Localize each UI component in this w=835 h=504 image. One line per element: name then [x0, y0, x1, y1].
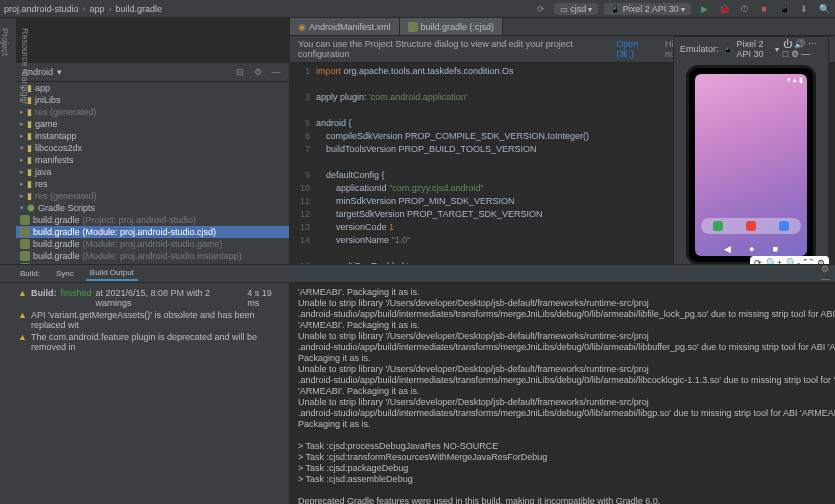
- device-statusbar: ▾ ▴ ▮: [787, 76, 803, 84]
- banner-open-link[interactable]: Open (⌘;): [616, 39, 657, 59]
- hide-icon[interactable]: —: [269, 65, 283, 79]
- chrome-app-icon[interactable]: [779, 221, 789, 231]
- messages-app-icon[interactable]: [746, 221, 756, 231]
- crumb[interactable]: build.gradle: [116, 4, 163, 14]
- phone-app-icon[interactable]: [713, 221, 723, 231]
- avd-icon[interactable]: 📱: [777, 2, 791, 16]
- run-config-combo[interactable]: ▭ cjsd ▾: [554, 3, 598, 15]
- device-screen[interactable]: ▾ ▴ ▮ ◀●■: [695, 74, 807, 256]
- build-tree[interactable]: ▲Build: finished at 2021/6/15, 8:08 PM w…: [0, 283, 290, 504]
- project-tree[interactable]: ▾▮app ▸▮jniLibs ▸▮res (generated) ▸▮game…: [16, 82, 289, 293]
- editor-tabs: ◉AndroidManifest.xml build.gradle (:cjsd…: [290, 18, 835, 36]
- gradle-icon: [408, 22, 418, 32]
- device-navbar[interactable]: ◀●■: [695, 244, 807, 254]
- search-icon[interactable]: 🔍: [817, 2, 831, 16]
- emulator-panel: Emulator: 📱 Pixel 2 API 30 ▾ ⏻ 🔊 ⋯ □ ⚙ —…: [673, 36, 829, 274]
- breadcrumb: proj.android-studio› app› build.gradle: [4, 4, 162, 14]
- build-output-tab[interactable]: Build Output: [86, 266, 138, 281]
- sdk-icon[interactable]: ⬇: [797, 2, 811, 16]
- selected-gradle-file: build.gradle (Module: proj.android-studi…: [16, 226, 289, 238]
- tab-build-gradle[interactable]: build.gradle (:cjsd): [400, 18, 504, 35]
- profile-icon[interactable]: ⏱: [737, 2, 751, 16]
- panel-settings-icon[interactable]: ⚙ —: [821, 267, 835, 281]
- collapse-icon[interactable]: ⊟: [233, 65, 247, 79]
- title-bar: proj.android-studio› app› build.gradle ⟳…: [0, 0, 835, 18]
- tab-manifest[interactable]: ◉AndroidManifest.xml: [290, 18, 400, 35]
- emulator-title: Emulator:: [680, 44, 719, 54]
- build-console[interactable]: 'ARMEABI'. Packaging it as is. Unable to…: [290, 283, 835, 504]
- line-gutter: 1 3 567 91011121314 16 18 20: [290, 65, 316, 293]
- project-pane: Android ▾ ⊟ ⚙ — ▾▮app ▸▮jniLibs ▸▮res (g…: [0, 63, 290, 293]
- device-frame: ▾ ▴ ▮ ◀●■: [686, 65, 816, 265]
- stop-icon[interactable]: ■: [757, 2, 771, 16]
- debug-icon[interactable]: 🐞: [717, 2, 731, 16]
- build-tab-label[interactable]: Build:: [16, 267, 44, 280]
- device-combo[interactable]: 📱 Pixel 2 API 30 ▾: [604, 3, 691, 15]
- sync-icon[interactable]: ⟳: [534, 2, 548, 16]
- device-dock[interactable]: [701, 218, 801, 234]
- crumb[interactable]: app: [90, 4, 105, 14]
- crumb[interactable]: proj.android-studio: [4, 4, 79, 14]
- build-panel: Build: Sync Build Output ⚙ — ▲Build: fin…: [0, 264, 835, 504]
- run-icon[interactable]: ▶: [697, 2, 711, 16]
- code-body[interactable]: import org.apache.tools.ant.taskdefs.con…: [316, 65, 597, 293]
- sync-tab[interactable]: Sync: [52, 267, 78, 280]
- emulator-device-combo[interactable]: Pixel 2 API 30: [737, 39, 771, 59]
- settings-icon[interactable]: ⚙: [251, 65, 265, 79]
- banner-text: You can use the Project Structure dialog…: [298, 39, 616, 59]
